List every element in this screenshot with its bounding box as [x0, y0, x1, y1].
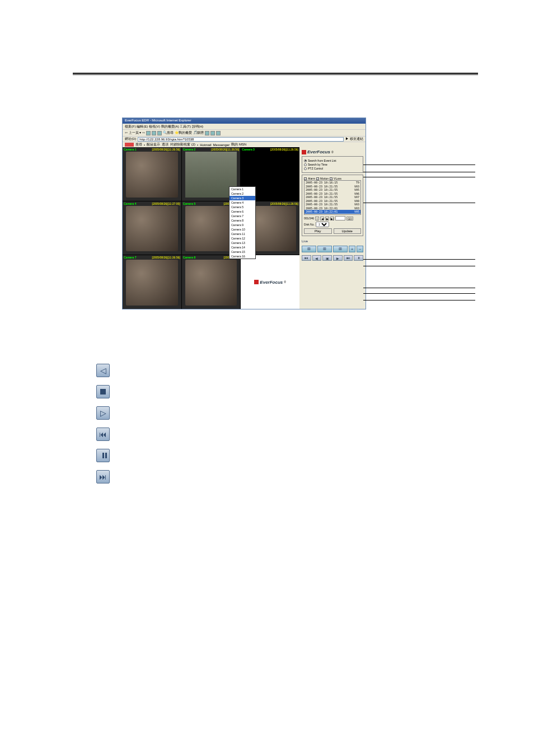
- context-menu-item[interactable]: Camera 10: [229, 227, 255, 232]
- playback-buttons-row: ⏮ ◀ ▣ ▶ ⏭ ⏸: [302, 255, 363, 261]
- home-icon[interactable]: [157, 131, 162, 135]
- play-icon: ▷: [96, 406, 110, 420]
- context-menu-item[interactable]: Camera 11: [229, 232, 255, 236]
- browser-toolbar[interactable]: ⇦ 上一頁 ▾ ⇨ 🔍搜尋 ⭐我的最愛 🎵媒體: [123, 129, 366, 136]
- context-menu-item[interactable]: Camera 1: [229, 187, 255, 191]
- msn-messenger-btn[interactable]: Messenger: [213, 143, 230, 147]
- pager-jump-input[interactable]: [335, 216, 345, 220]
- browser-menubar[interactable]: 檔案(F) 編輯(E) 檢視(V) 我的最愛(A) 工具(T) 說明(H): [123, 124, 366, 129]
- window-titlebar: EverFocus EDR - Microsoft Internet Explo…: [123, 118, 366, 124]
- context-menu-item[interactable]: Camera 12: [229, 236, 255, 241]
- everfocus-e-icon: [302, 150, 306, 154]
- dvr-content: Camera 1[2005/08/26][11:26:56] Camera 2[…: [123, 147, 366, 309]
- context-menu-item[interactable]: Camera 2: [229, 191, 255, 196]
- address-input[interactable]: [138, 137, 344, 142]
- camera-cell-1[interactable]: Camera 1[2005/08/26][11:26:56]: [123, 147, 181, 201]
- disk-select[interactable]: 1: [316, 222, 329, 227]
- back-play-button[interactable]: ◀: [312, 255, 322, 261]
- layout-buttons-row: ⊞ ⊞ ⊞ + −: [302, 246, 363, 252]
- page-horizontal-rule: [73, 73, 478, 75]
- stop-icon[interactable]: [146, 131, 151, 135]
- fwd-play-button[interactable]: ▶: [333, 255, 343, 261]
- camera-grid: Camera 1[2005/08/26][11:26:56] Camera 2[…: [123, 147, 299, 309]
- brand-label: EverFocus: [307, 149, 330, 154]
- brand-cell: EverFocus®: [241, 255, 299, 309]
- print-icon[interactable]: [216, 131, 221, 135]
- pager-last[interactable]: ▶|: [330, 217, 334, 220]
- layout-2x2-button[interactable]: ⊞: [317, 246, 332, 252]
- zoom-out-button[interactable]: −: [357, 246, 363, 252]
- cb-motion[interactable]: ✓: [316, 177, 319, 180]
- msn-popup-btn[interactable]: 封鎖快顯視窗 (2): [170, 142, 195, 147]
- favorites-button[interactable]: ⭐我的最愛: [175, 130, 192, 135]
- pause-icon: [96, 449, 110, 462]
- play-button[interactable]: Play: [304, 228, 332, 234]
- pager-row: 001/246 |◀ ◀ ▶ ▶| GO: [304, 216, 361, 220]
- camera-cell-4[interactable]: Camera 4[2005/08/26][11:27:00]: [123, 201, 181, 255]
- nav-back-button[interactable]: ⇦ 上一頁 ▾ ⇨: [125, 130, 145, 135]
- go-button[interactable]: ▶ 移至: [345, 137, 357, 142]
- callout-leader-lines: [366, 118, 484, 309]
- links-label[interactable]: 連結: [357, 137, 363, 142]
- context-menu-item[interactable]: Camera 14: [229, 245, 255, 250]
- msn-mymsn-btn[interactable]: 我的 MSN: [231, 142, 246, 147]
- layout-3x3-button[interactable]: ⊞: [333, 246, 348, 252]
- context-menu-item[interactable]: Camera 3: [229, 196, 255, 200]
- context-menu-item[interactable]: Camera 5: [229, 205, 255, 209]
- pager-next[interactable]: ▶: [325, 217, 329, 220]
- context-menu-item[interactable]: Camera 16: [229, 254, 255, 259]
- right-panel: EverFocus® Search from Event List Search…: [299, 147, 366, 309]
- context-menu-item[interactable]: Camera 6: [229, 209, 255, 214]
- address-bar: 網址(D) ▶ 移至 連結: [123, 136, 366, 142]
- step-back-icon: ⏮: [96, 428, 110, 441]
- msn-logo-icon: [125, 143, 134, 147]
- live-label: Live: [302, 240, 363, 243]
- stop-icon: [96, 385, 110, 398]
- media-button[interactable]: 🎵媒體: [193, 130, 204, 135]
- address-label: 網址(D): [125, 137, 136, 142]
- cb-vloss[interactable]: ✓: [330, 177, 332, 180]
- cb-alarm[interactable]: ✓: [304, 177, 307, 180]
- update-button[interactable]: Update: [334, 228, 362, 234]
- brand-label: EverFocus: [260, 280, 283, 285]
- context-menu-item[interactable]: Camera 13: [229, 241, 255, 245]
- step-fwd-icon: ⏭: [96, 470, 110, 483]
- layout-1x1-button[interactable]: ⊞: [302, 246, 316, 252]
- playback-icon-legend: ◁ ▷ ⏮ ⏭: [96, 364, 110, 483]
- pause-play-button[interactable]: ⏸: [354, 255, 363, 261]
- radio-search-time[interactable]: [304, 163, 307, 166]
- msn-highlight-btn[interactable]: 醒目提示: [147, 142, 160, 147]
- context-menu-item[interactable]: Camera 9: [229, 223, 255, 227]
- disk-label: Disk No.: [304, 223, 315, 226]
- radio-event-list[interactable]: [304, 159, 307, 162]
- rev-play-button[interactable]: ⏮: [302, 255, 311, 261]
- filter-group: ✓Alarm ✓Motion ✓VLoss 2005-08-23 10:16:1…: [302, 175, 363, 236]
- context-menu-item[interactable]: Camera 7: [229, 214, 255, 218]
- camera-cell-7[interactable]: Camera 7[2005/08/26][11:26:56]: [123, 255, 181, 309]
- msn-toolbar[interactable]: 搜尋 • 醒目提示 選項 封鎖快顯視窗 (2) • Hotmail Messen…: [123, 142, 366, 147]
- pager-prev[interactable]: ◀: [320, 217, 324, 220]
- event-list-row[interactable]: 2005-08-23 10:22:01V06: [305, 214, 360, 215]
- msn-search-btn[interactable]: 搜尋: [135, 142, 142, 147]
- camera-cell-8[interactable]: Camera 8[2005/08/26]: [182, 255, 241, 309]
- context-menu-item[interactable]: Camera 8: [229, 218, 255, 223]
- browser-window: EverFocus EDR - Microsoft Internet Explo…: [122, 118, 366, 309]
- refresh-icon[interactable]: [152, 131, 156, 135]
- pager-total: 001/246: [304, 217, 314, 220]
- history-icon[interactable]: [205, 131, 209, 135]
- ffwd-play-button[interactable]: ⏭: [344, 255, 353, 261]
- context-menu-item[interactable]: Camera 15: [229, 250, 255, 254]
- stop-play-button[interactable]: ▣: [322, 255, 332, 261]
- msn-hotmail-btn[interactable]: Hotmail: [200, 143, 211, 147]
- pager-first[interactable]: |◀: [315, 217, 319, 220]
- mail-icon[interactable]: [210, 131, 215, 135]
- search-button[interactable]: 🔍搜尋: [163, 130, 174, 135]
- event-list[interactable]: 2005-08-23 10:16:15T92005-08-23 10:21:55…: [304, 180, 361, 215]
- radio-ptz-control[interactable]: [304, 167, 307, 170]
- context-menu-item[interactable]: Camera 4: [229, 200, 255, 205]
- pager-go-button[interactable]: GO: [346, 217, 353, 220]
- rev-play-icon: ◁: [96, 364, 110, 377]
- camera-context-menu[interactable]: Camera 1Camera 2Camera 3Camera 4Camera 5…: [229, 186, 256, 259]
- msn-options-btn[interactable]: 選項: [162, 142, 168, 147]
- zoom-in-button[interactable]: +: [349, 246, 355, 252]
